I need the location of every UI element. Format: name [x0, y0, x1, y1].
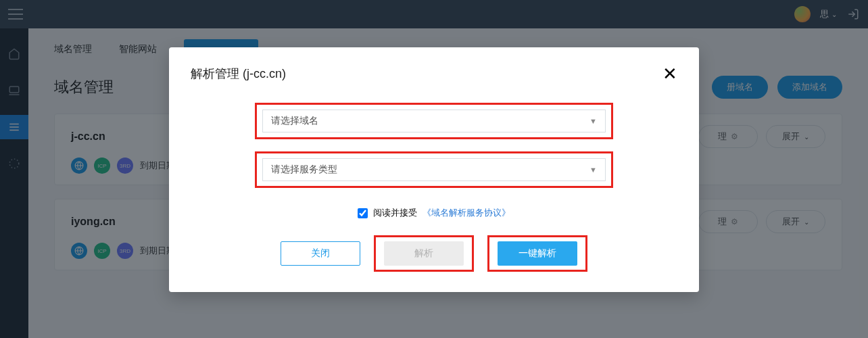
service-select-highlight: 请选择服务类型 ▼ — [255, 151, 613, 188]
close-button[interactable]: 关闭 — [281, 241, 360, 266]
agreement-text: 阅读并接受 — [373, 207, 417, 219]
modal-button-row: 关闭 解析 一键解析 — [281, 235, 587, 272]
close-icon[interactable]: ✕ — [662, 65, 677, 82]
domain-select[interactable]: 请选择域名 ▼ — [262, 110, 606, 132]
service-type-select[interactable]: 请选择服务类型 ▼ — [262, 158, 606, 181]
dns-modal: 解析管理 (j-cc.cn) ✕ 请选择域名 ▼ 请选择服务类型 ▼ 阅读并接受… — [169, 47, 699, 292]
chevron-down-icon: ▼ — [589, 166, 597, 174]
chevron-down-icon: ▼ — [589, 117, 597, 125]
agreement-link[interactable]: 《域名解析服务协议》 — [423, 207, 510, 219]
agreement-row: 阅读并接受 《域名解析服务协议》 — [358, 207, 510, 219]
modal-title: 解析管理 (j-cc.cn) — [191, 66, 286, 82]
domain-select-highlight: 请选择域名 ▼ — [255, 103, 613, 139]
parse-button[interactable]: 解析 — [384, 241, 464, 266]
modal-overlay[interactable]: 解析管理 (j-cc.cn) ✕ 请选择域名 ▼ 请选择服务类型 ▼ 阅读并接受… — [0, 0, 868, 338]
parse-button-highlight: 解析 — [374, 235, 474, 272]
parse-all-button[interactable]: 一键解析 — [498, 241, 577, 266]
domain-select-placeholder: 请选择域名 — [271, 115, 318, 127]
service-select-placeholder: 请选择服务类型 — [271, 164, 337, 176]
parse-all-button-highlight: 一键解析 — [487, 235, 587, 272]
agreement-checkbox[interactable] — [358, 208, 368, 218]
